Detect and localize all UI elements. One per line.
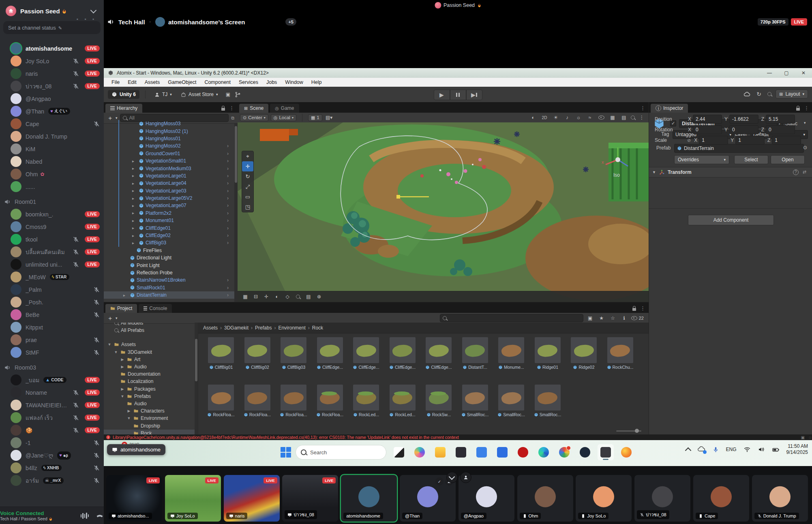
axis-z-field[interactable]: 1 — [772, 136, 801, 145]
asset-item[interactable]: CliffEdge... — [426, 337, 452, 370]
onedrive-icon[interactable] — [697, 445, 705, 454]
undo-history-icon[interactable]: ↻ — [754, 90, 763, 98]
children-arrow-icon[interactable]: › — [227, 277, 229, 283]
project-tree-item[interactable]: ▼ Prefabs — [104, 393, 198, 400]
asset-item[interactable]: CliffBig03 — [281, 337, 306, 370]
fog-toggle-icon[interactable]: ≈ — [585, 114, 594, 121]
lock-icon[interactable] — [632, 308, 636, 311]
hierarchy-item[interactable]: ▸ VegetationSmall01 › — [104, 157, 234, 165]
participant-tile[interactable]: Joy SoLo — [576, 475, 632, 522]
hierarchy-item[interactable]: GroundCover01 › — [104, 150, 234, 157]
progress-icon[interactable]: ◌ — [809, 435, 811, 440]
stream-quality-badge[interactable]: 720p 30FPS — [758, 18, 788, 26]
voice-user-row[interactable]: Donald J. Trump — [0, 130, 104, 143]
children-arrow-icon[interactable]: › — [227, 166, 229, 171]
asset-item[interactable]: SmallRoc... — [462, 385, 488, 417]
browser-icon[interactable] — [556, 444, 572, 460]
voice-user-row[interactable]: ...... — [0, 180, 104, 193]
voice-user-row[interactable]: unlimited uni... LIVE — [0, 258, 104, 271]
hierarchy-item[interactable]: FireFlies — [104, 247, 234, 254]
menu-item[interactable]: Component — [201, 79, 234, 86]
unity-status-bar[interactable]: ! Library\PackageCache\com.unity.ai.navi… — [104, 434, 812, 440]
tab-hierarchy[interactable]: Hierarchy — [105, 104, 142, 113]
edge-icon[interactable] — [536, 444, 552, 460]
transform-header[interactable]: ▼ Transform ? ⇄ ⋮ — [649, 167, 812, 178]
grid-snap-icon[interactable]: ▤▾ — [325, 114, 334, 121]
hierarchy-item[interactable]: ▸ VegetationLarge04 › — [104, 180, 234, 187]
store-icon[interactable] — [494, 444, 510, 460]
search-by-label-icon[interactable]: ★ — [597, 314, 606, 322]
voice-user-row[interactable]: Nabed — [0, 155, 104, 168]
expand-arrow-icon[interactable]: ▸ — [132, 226, 137, 230]
account-button[interactable]: TJ▾ — [151, 90, 175, 98]
project-tree-item[interactable]: Rock — [104, 430, 198, 435]
voice-user-row[interactable]: Joy SoLo LIVE — [0, 55, 104, 67]
hidden-packages-count[interactable]: 22 — [631, 316, 644, 321]
menu-item[interactable]: Window — [281, 79, 306, 86]
project-tree-item[interactable]: ▼ Assets — [104, 341, 198, 348]
cloud-services-icon[interactable] — [743, 91, 750, 98]
server-dropdown-chevron-icon[interactable] — [90, 7, 97, 13]
tab-console[interactable]: Console — [139, 304, 172, 313]
axis-z-field[interactable]: 5.15 — [766, 115, 795, 124]
hierarchy-item[interactable]: ▸ VegetationLarge05V2 › — [104, 195, 234, 202]
create-asset-button[interactable]: ＋ — [107, 314, 113, 322]
layout-dropdown[interactable]: ⊞Layout▾ — [776, 90, 808, 98]
children-arrow-icon[interactable]: › — [227, 158, 229, 164]
project-tree-item[interactable]: ▶ Characters — [104, 407, 198, 415]
expand-arrow-icon[interactable]: ▸ — [132, 166, 137, 171]
render-mode-icon[interactable]: ◐ — [529, 114, 538, 121]
asset-item[interactable]: SmallRoc... — [535, 385, 561, 417]
audio-toggle-icon[interactable]: ♪ — [563, 114, 572, 121]
prefab-field[interactable]: DistantTerrain — [674, 144, 804, 153]
copilot-icon[interactable] — [411, 444, 428, 460]
hierarchy-item[interactable]: StairsNarrow01Broken › — [104, 276, 234, 284]
voice-user-row[interactable]: ปลื้มคนดีคนเดิม LIVE — [0, 246, 104, 258]
move-overlay-icon[interactable]: ✛ — [262, 293, 271, 300]
volume-icon[interactable] — [758, 446, 765, 453]
axis-z-field[interactable]: 0 — [766, 125, 795, 134]
axis-x-field[interactable]: 2.44 — [693, 115, 722, 124]
axis-x-field[interactable]: 0 — [693, 125, 722, 134]
hierarchy-item[interactable]: Directional Light — [104, 254, 234, 261]
asset-item[interactable]: RockFloa... — [244, 385, 270, 417]
project-tree-item[interactable]: ▶ Art — [104, 356, 198, 363]
expand-arrow-icon[interactable]: ▸ — [132, 173, 137, 178]
axis-x-field[interactable]: 1 — [699, 136, 728, 145]
file-explorer-icon[interactable] — [432, 444, 448, 460]
tab-game[interactable]: ◎Game — [270, 104, 299, 113]
voice-user-row[interactable]: _บอม ▲CODE LIVE — [0, 374, 104, 386]
participant-tile[interactable]: LIVE naris — [224, 475, 280, 522]
maximize-button[interactable]: ▢ — [778, 68, 795, 78]
foldout-closed-icon[interactable]: ▶ — [120, 357, 125, 361]
search-by-type-icon[interactable]: ▣ — [586, 314, 595, 322]
rotate-tool[interactable]: ↻ — [242, 171, 253, 182]
children-arrow-icon[interactable]: › — [227, 225, 229, 231]
asset-item[interactable]: Ridge01 — [535, 337, 561, 370]
asset-item[interactable]: RockFloa... — [317, 385, 343, 417]
voice-user-row[interactable]: Room01 — [0, 195, 104, 208]
transform-tool[interactable]: ◳ — [242, 202, 253, 212]
menu-item[interactable]: GameObject — [164, 79, 200, 86]
axis-y-field[interactable]: 1 — [735, 136, 765, 145]
voice-user-row[interactable]: @Angpao — [0, 92, 104, 105]
prefab-select-target-icon[interactable]: ⊙ — [803, 145, 807, 150]
children-arrow-icon[interactable]: › — [227, 151, 229, 156]
hierarchy-item[interactable]: ▸ CliffBig03 › — [104, 239, 234, 246]
voice-user-row[interactable]: _Palm — [0, 283, 104, 296]
thumbnail-size-slider[interactable] — [616, 430, 641, 432]
voice-user-row[interactable]: TAWANEIEIEIO... LIVE — [0, 399, 104, 411]
panel-menu-icon[interactable]: ⋮ — [804, 105, 809, 111]
hierarchy-item[interactable]: ▸ Platform2x2 › — [104, 210, 234, 217]
voice-user-row[interactable]: naris LIVE — [0, 67, 104, 80]
axis-y-field[interactable]: 0 — [729, 125, 758, 134]
battery-icon[interactable] — [772, 446, 780, 453]
tab-inspector[interactable]: iInspector — [651, 104, 688, 113]
children-arrow-icon[interactable]: › — [227, 195, 229, 201]
more-viewers-badge[interactable]: +5 — [285, 18, 296, 26]
asset-item[interactable]: CliffBig01 — [208, 337, 234, 370]
menu-item[interactable]: Edit — [124, 79, 140, 86]
children-arrow-icon[interactable]: › — [227, 203, 229, 208]
hierarchy-item[interactable]: ▸ DistantTerrain › — [104, 291, 234, 299]
steam-icon[interactable] — [577, 444, 593, 460]
